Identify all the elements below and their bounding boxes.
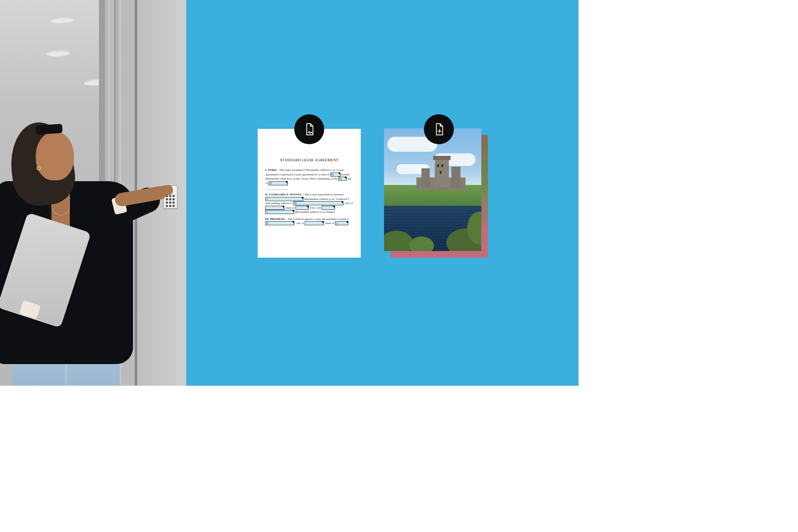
svg-rect-4: [269, 182, 271, 184]
section-label: II. LANDLORD & TENANT: [265, 193, 301, 196]
field-months[interactable]: [330, 172, 340, 177]
document-add-icon: [424, 114, 454, 144]
field-premises-city[interactable]: [305, 221, 324, 225]
svg-rect-2: [340, 178, 342, 180]
field-state[interactable]: [296, 206, 309, 210]
svg-rect-12: [336, 223, 338, 224]
field-landlord-name[interactable]: [265, 197, 303, 201]
document-sign-icon: [294, 114, 324, 144]
field-premises-address[interactable]: [265, 221, 294, 225]
field-address[interactable]: [293, 201, 343, 205]
section-label: I. TERM: [265, 168, 276, 172]
photo-stack: [384, 128, 488, 258]
svg-marker-11: [266, 222, 268, 223]
document-title: STANDARD LEASE AGREEMENT: [265, 158, 353, 162]
svg-point-9: [267, 211, 268, 212]
castle: [416, 158, 466, 194]
divider: [265, 190, 288, 190]
lease-document-card: STANDARD LEASE AGREEMENT I. TERM – This …: [258, 129, 361, 258]
field-city[interactable]: [265, 206, 284, 210]
section-term: I. TERM – This legal document ("Hereinaf…: [265, 168, 353, 185]
field-tenant-name[interactable]: [265, 210, 294, 214]
field-zip[interactable]: [322, 206, 335, 210]
field-month[interactable]: [268, 181, 288, 185]
svg-point-6: [267, 198, 268, 199]
document-body: I. TERM – This legal document ("Hereinaf…: [265, 168, 353, 226]
photo-front: [384, 128, 481, 251]
hero-photo: [0, 0, 186, 386]
section-premises: III. PREMESIS – The Landlord agrees to l…: [265, 217, 353, 226]
svg-rect-0: [331, 174, 333, 175]
section-parties: II. LANDLORD & TENANT – This Lease Agree…: [265, 192, 353, 214]
person: [0, 108, 175, 386]
promo-graphic: STANDARD LEASE AGREEMENT I. TERM – This …: [0, 0, 579, 386]
field-premises-state[interactable]: [335, 221, 348, 225]
field-day[interactable]: [338, 177, 347, 181]
section-label: III. PREMESIS: [265, 217, 285, 221]
svg-marker-8: [295, 202, 296, 203]
